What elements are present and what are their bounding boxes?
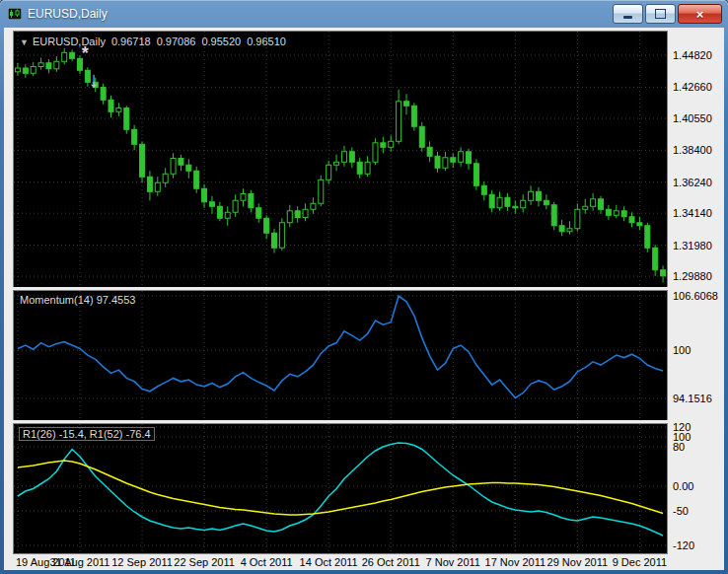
axis-label: 94.1516 (673, 393, 712, 404)
axis-label: 1.29880 (673, 270, 712, 282)
chart-client-area: *↓ ▼EURUSD,Daily0.967180.970860.955200.9… (4, 28, 724, 570)
axis-label: 1.36240 (673, 177, 712, 188)
sell-arrow-icon[interactable]: ↓ (88, 67, 99, 92)
price-chart-panel[interactable]: *↓ (13, 31, 668, 288)
minimize-icon (623, 16, 632, 19)
date-label: 12 Sep 2011 (111, 556, 173, 569)
date-label: 29 Nov 2011 (547, 556, 609, 569)
low-value: 0.95520 (201, 36, 241, 47)
date-label: 17 Nov 2011 (485, 556, 546, 569)
close-value: 0.96510 (247, 36, 286, 47)
percent-range-label: R1(26) -15.4, R1(52) -76.4 (19, 427, 155, 441)
chart-symbol-label: EURUSD,Daily (33, 36, 106, 47)
chart-dropdown-icon: ▼ (20, 37, 29, 47)
momentum-canvas[interactable] (14, 291, 667, 420)
close-button[interactable]: × (678, 4, 722, 24)
axis-label: 80 (673, 441, 685, 453)
maximize-icon (655, 9, 666, 19)
date-label: 22 Sep 2011 (174, 556, 235, 569)
axis-label: 1.40550 (673, 112, 712, 124)
close-icon: × (696, 8, 704, 21)
axis-label: 1.34140 (673, 207, 712, 219)
price-axis[interactable]: 1.448201.426601.405501.384001.362401.341… (670, 28, 724, 570)
window-title: EURUSD,Daily (28, 7, 108, 21)
chart-icon (8, 8, 22, 20)
open-value: 0.96718 (111, 36, 151, 47)
axis-label: -120 (673, 539, 694, 551)
percent-range-panel[interactable] (13, 423, 668, 554)
date-axis[interactable]: 19 Aug 201131 Aug 201112 Sep 201122 Sep … (13, 556, 668, 570)
axis-label: 1.31980 (673, 240, 712, 251)
percent-range-canvas[interactable] (14, 424, 667, 553)
axis-label: 1.42660 (673, 81, 712, 93)
window-controls: × (613, 4, 722, 24)
momentum-label: Momentum(14) 97.4553 (20, 294, 135, 306)
high-value: 0.97086 (157, 36, 196, 47)
axis-label: 100 (673, 344, 691, 356)
axis-label: 0.00 (673, 480, 693, 492)
axis-label: 106.6068 (673, 290, 718, 302)
maximize-button[interactable] (645, 4, 676, 24)
momentum-panel[interactable] (13, 290, 668, 421)
date-label: 14 Oct 2011 (300, 556, 358, 569)
axis-label: -50 (673, 505, 689, 517)
axis-label: 1.38400 (673, 144, 712, 156)
chart-ohlc-header: ▼EURUSD,Daily0.967180.970860.955200.9651… (20, 36, 292, 47)
date-label: 4 Oct 2011 (241, 556, 293, 569)
date-label: 7 Nov 2011 (426, 556, 480, 569)
date-label: 31 Aug 2011 (50, 556, 110, 569)
price-chart-canvas[interactable]: *↓ (14, 32, 667, 287)
date-label: 26 Oct 2011 (362, 556, 420, 569)
minimize-button[interactable] (613, 4, 643, 24)
date-label: 9 Dec 2011 (613, 556, 667, 569)
chart-window: EURUSD,Daily × *↓ ▼EURUSD,Daily0.967180.… (0, 0, 728, 574)
window-titlebar[interactable]: EURUSD,Daily × (0, 0, 728, 28)
axis-label: 1.44820 (673, 49, 712, 61)
